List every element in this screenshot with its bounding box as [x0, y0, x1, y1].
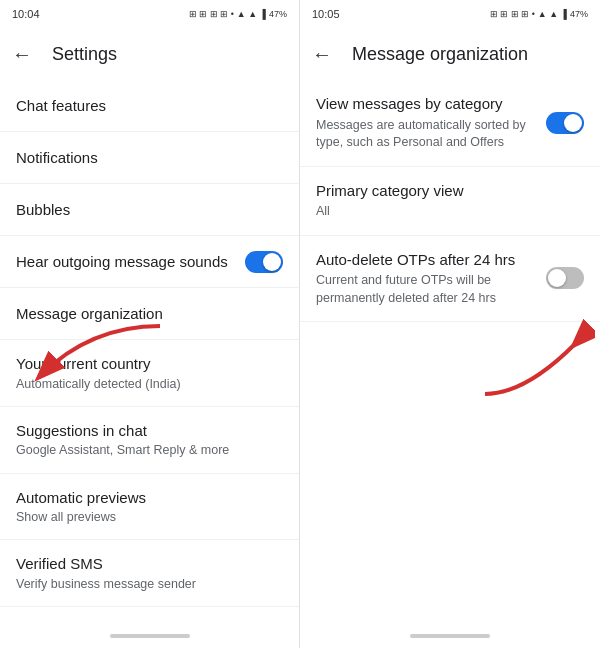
- primary-category-subtitle: All: [316, 203, 576, 221]
- bubbles-title: Bubbles: [16, 200, 283, 220]
- spam-protection-title: Spam protection: [16, 623, 283, 624]
- bottom-bar-right: [300, 624, 600, 648]
- message-org-list: View messages by category Messages are a…: [300, 80, 600, 624]
- sidebar-item-your-country[interactable]: Your current country Automatically detec…: [0, 340, 299, 407]
- sidebar-item-suggestions[interactable]: Suggestions in chat Google Assistant, Sm…: [0, 407, 299, 474]
- sidebar-item-verified-sms[interactable]: Verified SMS Verify business message sen…: [0, 540, 299, 607]
- status-icons-right: ⊞ ⊞ ⊞ ⊞ • ▲ ▲ ▐ 47%: [490, 9, 588, 19]
- top-bar-right: ← Message organization: [300, 28, 600, 80]
- sidebar-item-notifications[interactable]: Notifications: [0, 132, 299, 184]
- view-by-category-toggle[interactable]: [546, 112, 584, 134]
- chat-features-title: Chat features: [16, 96, 283, 116]
- view-by-category-subtitle: Messages are automatically sorted by typ…: [316, 117, 538, 152]
- auto-previews-subtitle: Show all previews: [16, 509, 283, 525]
- sidebar-item-bubbles[interactable]: Bubbles: [0, 184, 299, 236]
- your-country-subtitle: Automatically detected (India): [16, 376, 283, 392]
- page-title-left: Settings: [52, 44, 117, 65]
- your-country-title: Your current country: [16, 354, 283, 374]
- notifications-title: Notifications: [16, 148, 283, 168]
- auto-delete-otp-toggle[interactable]: [546, 267, 584, 289]
- top-bar-left: ← Settings: [0, 28, 299, 80]
- time-left: 10:04: [12, 8, 40, 20]
- sidebar-item-spam-protection[interactable]: Spam protection: [0, 607, 299, 624]
- time-right: 10:05: [312, 8, 340, 20]
- sidebar-item-message-org[interactable]: Message organization: [0, 288, 299, 340]
- status-bar-right: 10:05 ⊞ ⊞ ⊞ ⊞ • ▲ ▲ ▐ 47%: [300, 0, 600, 28]
- verified-sms-title: Verified SMS: [16, 554, 283, 574]
- status-icons-left: ⊞ ⊞ ⊞ ⊞ • ▲ ▲ ▐ 47%: [189, 9, 287, 19]
- status-bar-left: 10:04 ⊞ ⊞ ⊞ ⊞ • ▲ ▲ ▐ 47%: [0, 0, 299, 28]
- settings-list: Chat features Notifications Bubbles Hear…: [0, 80, 299, 624]
- auto-delete-otp-subtitle: Current and future OTPs will be permanen…: [316, 272, 538, 307]
- hear-outgoing-title: Hear outgoing message sounds: [16, 252, 245, 272]
- sidebar-item-hear-outgoing[interactable]: Hear outgoing message sounds: [0, 236, 299, 288]
- back-button-right[interactable]: ←: [308, 39, 336, 70]
- message-org-title: Message organization: [16, 304, 283, 324]
- suggestions-subtitle: Google Assistant, Smart Reply & more: [16, 442, 283, 458]
- sidebar-item-auto-previews[interactable]: Automatic previews Show all previews: [0, 474, 299, 541]
- suggestions-title: Suggestions in chat: [16, 421, 283, 441]
- primary-category-item[interactable]: Primary category view All: [300, 167, 600, 236]
- right-panel: 10:05 ⊞ ⊞ ⊞ ⊞ • ▲ ▲ ▐ 47% ← Message orga…: [300, 0, 600, 648]
- auto-previews-title: Automatic previews: [16, 488, 283, 508]
- back-button-left[interactable]: ←: [8, 39, 36, 70]
- hear-outgoing-toggle[interactable]: [245, 251, 283, 273]
- view-by-category-title: View messages by category: [316, 94, 538, 114]
- page-title-right: Message organization: [352, 44, 528, 65]
- primary-category-title: Primary category view: [316, 181, 576, 201]
- sidebar-item-chat-features[interactable]: Chat features: [0, 80, 299, 132]
- bottom-bar-left: [0, 624, 299, 648]
- left-panel: 10:04 ⊞ ⊞ ⊞ ⊞ • ▲ ▲ ▐ 47% ← Settings Cha…: [0, 0, 300, 648]
- home-indicator-left: [110, 634, 190, 638]
- verified-sms-subtitle: Verify business message sender: [16, 576, 283, 592]
- auto-delete-otp-item[interactable]: Auto-delete OTPs after 24 hrs Current an…: [300, 236, 600, 323]
- auto-delete-otp-title: Auto-delete OTPs after 24 hrs: [316, 250, 538, 270]
- view-by-category-item[interactable]: View messages by category Messages are a…: [300, 80, 600, 167]
- home-indicator-right: [410, 634, 490, 638]
